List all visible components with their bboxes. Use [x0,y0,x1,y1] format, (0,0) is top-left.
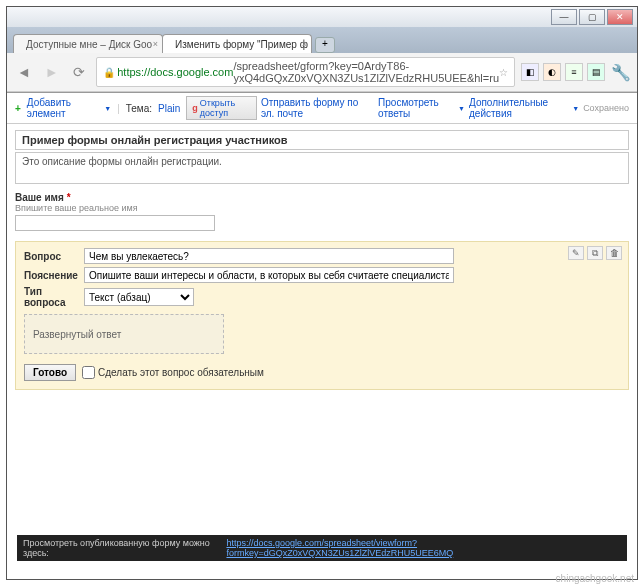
maximize-button[interactable]: ▢ [579,9,605,25]
chevron-down-icon: ▼ [458,105,465,112]
question-title-input[interactable] [84,248,454,264]
answer-preview: Развернутый ответ [24,314,224,354]
chevron-down-icon: ▼ [572,105,579,112]
url-host: ://docs.google.com [141,66,233,78]
extension-icons: ◧ ◐ ≡ ▤ [521,63,605,81]
url-input[interactable]: 🔒 https ://docs.google.com /spreadsheet/… [96,57,515,87]
duplicate-icon[interactable]: ⧉ [587,246,603,260]
reload-button[interactable]: ⟳ [68,61,90,83]
browser-tab-drive[interactable]: Доступные мне – Диск Goo × [13,34,163,53]
address-bar: ◄ ► ⟳ 🔒 https ://docs.google.com /spread… [7,53,637,92]
row-label-question: Вопрос [24,251,84,262]
question-name-block: Ваше имя * Впишите ваше реальное имя [15,192,629,231]
wrench-menu-icon[interactable]: 🔧 [611,63,631,82]
form-description-input[interactable]: Это описание формы онлайн регистрации. [15,152,629,184]
back-button[interactable]: ◄ [13,61,35,83]
extension-icon-2[interactable]: ◐ [543,63,561,81]
done-button[interactable]: Готово [24,364,76,381]
question-type-select[interactable]: Текст (абзац) [84,288,194,306]
required-checkbox-label[interactable]: Сделать этот вопрос обязательным [82,366,264,379]
field-hint: Впишите ваше реальное имя [15,203,629,213]
new-tab-button[interactable]: + [315,37,335,53]
question-action-icons: ✎ ⧉ 🗑 [568,246,622,260]
add-icon: + [15,103,21,114]
browser-tab-form[interactable]: Изменить форму "Пример ф × [162,34,312,53]
chevron-down-icon: ▼ [104,105,111,112]
url-scheme: https [117,66,141,78]
close-window-button[interactable]: ✕ [607,9,633,25]
theme-link[interactable]: Plain [158,103,180,114]
required-checkbox[interactable] [82,366,95,379]
url-path: /spreadsheet/gform?key=0ArdyT86-yxQ4dGQx… [233,60,499,84]
form-editor: Пример формы онлайн регистрация участник… [7,124,637,396]
published-form-link[interactable]: https://docs.google.com/spreadsheet/view… [226,538,621,558]
more-actions-link[interactable]: Дополнительные действия [469,97,568,119]
tab-strip: Доступные мне – Диск Goo × Изменить форм… [7,27,637,53]
share-button[interactable]: gОткрыть доступ [186,96,257,120]
window-controls: — ▢ ✕ [7,7,637,27]
view-responses-link[interactable]: Просмотреть ответы [378,97,454,119]
minimize-button[interactable]: — [551,9,577,25]
short-text-input[interactable] [15,215,215,231]
extension-icon-1[interactable]: ◧ [521,63,539,81]
row-label-help: Пояснение [24,270,84,281]
theme-label: Тема: [126,103,152,114]
browser-chrome: — ▢ ✕ Доступные мне – Диск Goo × Изменит… [7,7,637,93]
form-title-input[interactable]: Пример формы онлайн регистрация участник… [15,130,629,150]
add-element-link[interactable]: Добавить элемент [27,97,98,119]
tab-label: Доступные мне – Диск Goo [26,39,152,50]
required-asterisk: * [67,192,71,203]
question-help-input[interactable] [84,267,454,283]
app-toolbar: + Добавить элемент ▼ | Тема: Plain gОткр… [7,93,637,124]
question-editor-card: ✎ ⧉ 🗑 Вопрос Пояснение Тип вопроса Текст… [15,241,629,390]
bookmark-star-icon[interactable]: ☆ [499,67,508,78]
close-tab-icon[interactable]: × [153,39,158,49]
footer-bar: Просмотреть опубликованную форму можно з… [17,535,627,561]
edit-icon[interactable]: ✎ [568,246,584,260]
watermark: chingachgook.net [556,573,634,584]
close-tab-icon[interactable]: × [302,39,307,49]
field-label: Ваше имя * [15,192,629,203]
footer-text: Просмотреть опубликованную форму можно з… [23,538,226,558]
row-label-type: Тип вопроса [24,286,84,308]
extension-icon-4[interactable]: ▤ [587,63,605,81]
forward-button[interactable]: ► [41,61,63,83]
lock-icon: 🔒 [103,67,115,78]
send-email-link[interactable]: Отправить форму по эл. почте [261,97,374,119]
saved-status: Сохранено [583,103,629,113]
delete-icon[interactable]: 🗑 [606,246,622,260]
tab-label: Изменить форму "Пример ф [175,39,308,50]
extension-icon-3[interactable]: ≡ [565,63,583,81]
